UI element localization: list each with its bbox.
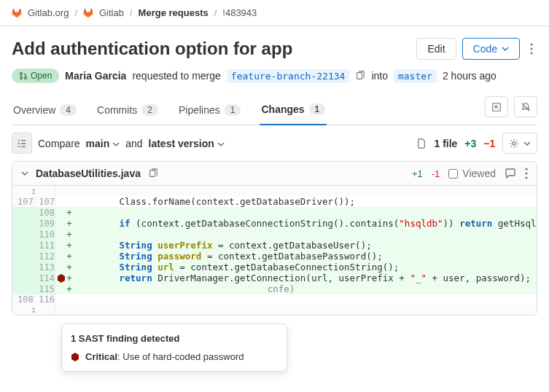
tab-pipelines[interactable]: Pipelines 1 [177, 95, 243, 125]
breadcrumb-separator: / [130, 7, 133, 18]
merge-time: 2 hours ago [443, 70, 497, 82]
diff-row: 108+ [12, 207, 537, 218]
expand-down-button[interactable]: ↧ [12, 305, 55, 315]
old-line-number[interactable] [12, 218, 34, 229]
diff-row: 110+ [12, 229, 537, 240]
compare-and: and [125, 138, 142, 149]
compare-base-label: main [86, 138, 110, 149]
merge-meta: Open Maria Garcia requested to merge fea… [12, 68, 537, 83]
tab-label: Changes [261, 103, 304, 115]
old-line-number[interactable]: 107 [12, 196, 34, 207]
old-line-number[interactable] [12, 229, 34, 240]
new-line-number[interactable]: 112 [34, 251, 55, 262]
code-button[interactable]: Code [462, 38, 520, 60]
marker-col [55, 218, 63, 229]
svg-point-1 [531, 48, 533, 50]
breadcrumb-id[interactable]: !483943 [222, 7, 257, 18]
file-additions: +1 [412, 168, 423, 179]
compare-base-dropdown[interactable]: main [86, 138, 120, 149]
compare-target-label: latest version [149, 138, 214, 149]
viewed-checkbox-input[interactable] [448, 169, 458, 179]
code-line: return DriverManager.getConnection(url, … [75, 273, 536, 283]
marker-col [55, 251, 63, 262]
marker-col [55, 207, 63, 218]
new-line-number[interactable]: 115 [34, 283, 55, 294]
compare-target-dropdown[interactable]: latest version [149, 138, 225, 149]
diff-settings-button[interactable] [502, 133, 537, 154]
svg-point-0 [531, 44, 533, 46]
tab-label: Commits [97, 104, 137, 116]
svg-point-12 [526, 177, 528, 179]
merge-verb: requested to merge [132, 70, 220, 82]
code-line: String password = context.getDatabasePas… [75, 251, 536, 262]
new-line-number[interactable]: 111 [34, 240, 55, 251]
new-line-number[interactable]: 113 [34, 262, 55, 273]
old-line-number[interactable] [12, 262, 34, 273]
kebab-icon [530, 43, 533, 55]
diff-table: ↥107107 Class.forName(context.getDatabas… [12, 186, 537, 315]
diff-row: 113+ String url = context.getDatabaseCon… [12, 262, 537, 273]
document-icon [416, 138, 427, 149]
old-line-number[interactable] [12, 240, 34, 251]
tab-count: 1 [225, 104, 241, 116]
chevron-down-icon [523, 140, 531, 147]
old-line-number[interactable] [12, 273, 34, 283]
file-tree-toggle[interactable] [12, 133, 32, 154]
viewed-checkbox[interactable]: Viewed [448, 168, 496, 179]
chevron-down-icon[interactable] [21, 170, 28, 177]
tab-commits[interactable]: Commits 2 [96, 95, 160, 125]
expand-button[interactable] [485, 96, 508, 117]
old-line-number[interactable] [12, 283, 34, 294]
marker-col [55, 229, 63, 240]
breadcrumb: Gitlab.org / Gitlab / Merge requests / !… [0, 0, 549, 26]
file-name[interactable]: DatabaseUtilities.java [36, 168, 141, 179]
source-branch[interactable]: feature-branch-22134 [227, 69, 350, 83]
svg-point-11 [526, 173, 528, 175]
old-line-number[interactable]: 108 [12, 294, 34, 305]
breadcrumb-org[interactable]: Gitlab.org [28, 7, 69, 18]
copy-icon[interactable] [355, 71, 365, 81]
new-line-number[interactable]: 107 [34, 196, 55, 207]
comment-icon[interactable] [505, 168, 516, 179]
svg-point-5 [25, 77, 27, 79]
copy-path-icon[interactable] [148, 168, 158, 179]
diff-sign: + [63, 240, 75, 251]
notifications-off-button[interactable] [514, 96, 537, 117]
chevron-down-icon [502, 45, 509, 52]
diff-row: 115+ cnfe) [12, 283, 537, 294]
diff-row: 109+ if (context.getDatabaseConnectionSt… [12, 218, 537, 229]
new-line-number[interactable]: 116 [34, 294, 55, 305]
diff-sign [63, 294, 75, 305]
marker-col [55, 283, 63, 294]
diff-sign: + [63, 207, 75, 218]
code-line: if (context.getDatabaseConnectionString(… [75, 218, 536, 229]
breadcrumb-separator: / [74, 7, 77, 18]
tab-count: 1 [309, 103, 326, 115]
overflow-menu-button[interactable] [526, 39, 537, 59]
new-line-number[interactable]: 110 [34, 229, 55, 240]
svg-rect-6 [357, 73, 362, 79]
status-label: Open [31, 71, 52, 81]
svg-point-4 [20, 77, 23, 79]
code-button-label: Code [473, 43, 497, 55]
gitlab-icon [12, 8, 22, 18]
kebab-icon[interactable] [525, 168, 528, 179]
tab-changes[interactable]: Changes 1 [260, 95, 327, 125]
sast-marker-icon[interactable] [57, 274, 66, 283]
sast-popover: 1 SAST finding detected Critical: Use of… [61, 324, 287, 327]
new-line-number[interactable]: 114 [34, 273, 55, 283]
target-branch[interactable]: master [394, 69, 437, 83]
old-line-number[interactable] [12, 251, 34, 262]
new-line-number[interactable]: 108 [34, 207, 55, 218]
old-line-number[interactable] [12, 207, 34, 218]
marker-col [55, 196, 63, 207]
edit-button[interactable]: Edit [416, 38, 456, 60]
merge-request-icon [19, 71, 28, 80]
new-line-number[interactable]: 109 [34, 218, 55, 229]
breadcrumb-section[interactable]: Merge requests [139, 7, 209, 18]
tab-overview[interactable]: Overview 4 [12, 95, 78, 125]
breadcrumb-project[interactable]: Gitlab [99, 7, 124, 18]
diff-row: ↥ [12, 186, 537, 196]
expand-up-button[interactable]: ↥ [12, 186, 55, 196]
author-name[interactable]: Maria Garcia [65, 70, 126, 82]
